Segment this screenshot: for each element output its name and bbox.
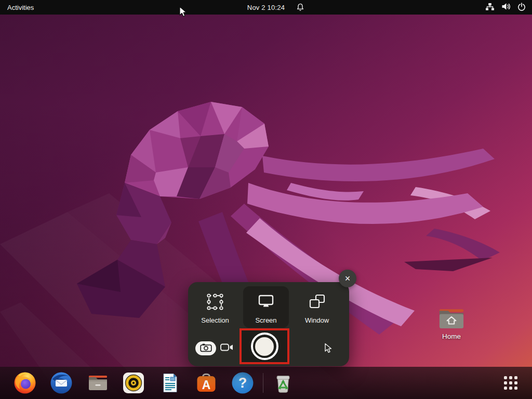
close-icon: × (345, 274, 351, 283)
home-icon-label: Home (435, 332, 468, 340)
mouse-cursor-icon (179, 6, 188, 20)
mode-selection-label: Selection (201, 316, 229, 324)
activities-button[interactable]: Activities (0, 0, 41, 15)
dock-item-firefox[interactable] (13, 371, 37, 395)
app-grid-icon (500, 373, 521, 393)
volume-icon (501, 3, 511, 12)
mode-selection-button[interactable]: Selection (192, 286, 238, 328)
show-pointer-toggle[interactable] (324, 343, 335, 355)
overlapping-windows-icon (307, 291, 327, 314)
bell-icon (296, 3, 304, 14)
clock-label: Nov 2 10:24 (247, 4, 285, 11)
mode-window-button[interactable]: Window (294, 286, 340, 328)
close-button[interactable]: × (339, 270, 356, 287)
camera-video-icon (220, 342, 234, 354)
dock-item-libreoffice-writer[interactable] (158, 371, 182, 395)
libreoffice-writer-icon (158, 371, 182, 395)
dock-item-trash[interactable] (271, 371, 295, 395)
network-wired-icon (485, 3, 495, 12)
thunderbird-icon (49, 371, 73, 395)
clock-menu[interactable]: Nov 2 10:24 (247, 0, 285, 15)
help-icon (231, 371, 255, 395)
monitor-icon (256, 291, 276, 314)
rhythmbox-icon (122, 371, 145, 395)
dock: A ? (0, 367, 532, 399)
power-icon (517, 3, 526, 12)
shutter-core (255, 337, 274, 356)
shutter-button[interactable] (251, 332, 278, 360)
screenshot-dialog: Selection Screen Window (188, 282, 349, 366)
activities-label: Activities (7, 4, 34, 11)
mode-screen-button[interactable]: Screen (243, 286, 289, 328)
files-folder-icon (85, 371, 109, 395)
home-folder-desktop-icon[interactable]: Home (435, 308, 468, 340)
system-status-menu[interactable] (485, 0, 526, 15)
dock-item-help[interactable]: ? (231, 371, 255, 395)
selection-handles-icon (205, 291, 225, 314)
mode-window-label: Window (305, 316, 329, 324)
top-bar: Activities Nov 2 10:24 (0, 0, 532, 15)
dock-item-files[interactable] (85, 371, 109, 395)
video-mode-toggle[interactable] (218, 341, 236, 356)
trash-icon (271, 371, 295, 395)
camera-photo-icon (200, 343, 212, 354)
show-pointer-icon (324, 347, 332, 356)
firefox-icon (13, 371, 37, 395)
photo-mode-toggle[interactable] (195, 341, 216, 355)
dock-item-rhythmbox[interactable] (122, 371, 145, 395)
shutter-highlight-annotation (240, 328, 289, 364)
folder-home-icon (437, 322, 466, 331)
mode-screen-label: Screen (255, 316, 276, 324)
dock-item-thunderbird[interactable] (49, 371, 73, 395)
ubuntu-software-icon (194, 371, 218, 395)
dock-separator (263, 373, 263, 393)
app-grid-button[interactable] (500, 373, 521, 393)
dock-item-ubuntu-software[interactable]: A (194, 371, 218, 395)
desktop-screen: Activities Nov 2 10:24 (0, 0, 532, 399)
